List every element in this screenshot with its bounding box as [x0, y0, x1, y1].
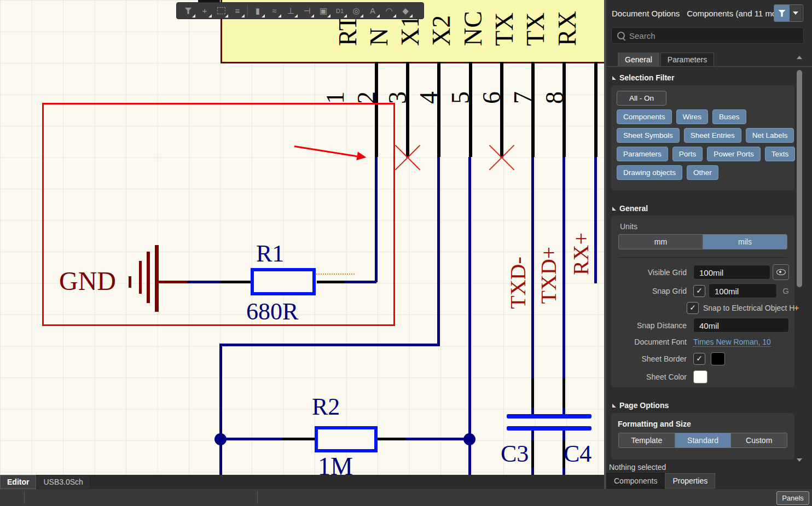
sheet-border-color-swatch[interactable]: [711, 352, 725, 365]
filter-drawing-objects-button[interactable]: Drawing objects: [617, 165, 682, 180]
panels-button[interactable]: Panels: [776, 491, 809, 505]
net-label-txd-minus[interactable]: TXD-: [505, 257, 531, 309]
wire-c3-bottom[interactable]: [531, 468, 534, 475]
object-filter-split-button[interactable]: [774, 4, 803, 22]
snap-grid-input[interactable]: 100mil: [709, 283, 777, 298]
formatting-mode-toggle[interactable]: Template Standard Custom: [618, 433, 787, 448]
tab-editor[interactable]: Editor: [0, 475, 36, 489]
section-general[interactable]: General: [612, 204, 648, 213]
filter-parameters-button[interactable]: Parameters: [617, 147, 668, 161]
wire-r2-right[interactable]: [406, 438, 470, 440]
wire-pin3-horizontal[interactable]: [219, 344, 440, 346]
mode-custom[interactable]: Custom: [730, 433, 787, 447]
c3-lead-top[interactable]: [531, 378, 534, 408]
filter-other-button[interactable]: Other: [687, 165, 718, 180]
place-sheet-symbol-icon[interactable]: ▣: [315, 4, 332, 18]
wire-pin8-vertical[interactable]: [594, 157, 597, 283]
align-icon[interactable]: ≡: [229, 4, 246, 18]
mode-template[interactable]: Template: [619, 433, 675, 447]
panel-scrollbar[interactable]: [797, 55, 802, 466]
visible-grid-input[interactable]: 100mil: [693, 265, 770, 280]
tab-usb3-sch[interactable]: USB3.0Sch: [36, 475, 90, 489]
wire-junction: [214, 433, 227, 445]
wire-pin4-vertical[interactable]: [468, 157, 471, 475]
units-mm[interactable]: mm: [619, 235, 703, 249]
search-input[interactable]: Search: [611, 27, 804, 44]
document-font-link[interactable]: Times New Roman, 10: [693, 338, 771, 347]
place-part-icon[interactable]: ▮: [250, 4, 266, 18]
filter-dropdown-button[interactable]: [790, 5, 802, 21]
filter-ports-button[interactable]: Ports: [672, 147, 703, 161]
scroll-down-icon[interactable]: [797, 458, 802, 462]
filter-power-ports-button[interactable]: Power Ports: [707, 147, 761, 161]
units-mils[interactable]: mils: [703, 235, 787, 249]
section-selection-filter[interactable]: Selection Filter: [612, 73, 674, 82]
r2-designator[interactable]: R2: [312, 393, 340, 421]
schematic-canvas[interactable]: RT N X1 X2 NC TX TX RX 1 2 3 4 5 6 7 8: [0, 0, 604, 475]
tab-components-panel[interactable]: Components: [606, 473, 665, 488]
c4-stub-bottom[interactable]: [562, 431, 565, 440]
capacitor-plate-top[interactable]: [507, 414, 591, 418]
c4-lead-top[interactable]: [562, 378, 565, 408]
filter-texts-button[interactable]: Texts: [765, 147, 796, 161]
pin-7[interactable]: [562, 62, 566, 157]
snap-electrical-checkbox[interactable]: ✓: [687, 302, 699, 314]
filter-net-labels-button[interactable]: Net Labels: [746, 128, 794, 143]
place-text-icon[interactable]: A: [364, 4, 381, 18]
pin-8[interactable]: [594, 62, 598, 157]
crosshair-icon[interactable]: +: [196, 4, 213, 18]
no-erc-icon[interactable]: ◎: [348, 4, 364, 18]
net-label-rx-plus[interactable]: RX+: [568, 232, 594, 275]
no-erc-marker[interactable]: [484, 140, 519, 175]
net-label-txd-plus[interactable]: TXD+: [536, 247, 561, 304]
mode-standard[interactable]: Standard: [675, 433, 731, 447]
c4-designator[interactable]: C4: [564, 440, 591, 468]
place-wire-icon[interactable]: ≈: [266, 4, 282, 18]
pin-6[interactable]: [531, 62, 535, 157]
wire-left-vertical[interactable]: [219, 344, 222, 475]
filter-sheet-symbols-button[interactable]: Sheet Symbols: [617, 128, 680, 143]
capacitor-plate-bottom[interactable]: [507, 426, 591, 431]
filter-wires-button[interactable]: Wires: [676, 109, 709, 124]
wire-pin3-vertical[interactable]: [437, 157, 440, 346]
tab-parameters[interactable]: Parameters: [660, 53, 714, 66]
tab-general[interactable]: General: [618, 53, 659, 66]
c3-stub-bottom[interactable]: [531, 431, 534, 440]
filter-buses-button[interactable]: Buses: [712, 109, 746, 124]
wire-c4-bottom[interactable]: [562, 468, 565, 475]
sheet-border-checkbox[interactable]: ✓: [693, 353, 705, 365]
r2-value[interactable]: 1M: [318, 452, 353, 475]
section-page-options[interactable]: Page Options: [612, 401, 669, 410]
filter-all-on-button[interactable]: All - On: [617, 91, 666, 106]
wire-pin6-vertical[interactable]: [531, 157, 534, 378]
snap-grid-shortcut: G: [782, 286, 789, 295]
object-filter-icon[interactable]: [774, 5, 790, 21]
scroll-up-icon[interactable]: [797, 56, 802, 59]
tab-properties-panel[interactable]: Properties: [665, 473, 715, 488]
snap-distance-input[interactable]: 40mil: [693, 318, 789, 333]
resistor-r2[interactable]: [315, 426, 378, 452]
filter-components-button[interactable]: Components: [617, 109, 672, 124]
c3-designator[interactable]: C3: [501, 440, 529, 468]
filter-icon[interactable]: [180, 4, 196, 18]
filter-sheet-entries-button[interactable]: Sheet Entries: [684, 128, 741, 143]
grid-visibility-button[interactable]: [773, 264, 789, 280]
c3-lead-bottom[interactable]: [531, 440, 534, 468]
r2-lead-right[interactable]: [378, 438, 406, 440]
r2-lead-left[interactable]: [282, 438, 315, 440]
place-junction-icon[interactable]: ◆: [397, 4, 414, 18]
place-arc-icon[interactable]: ◠: [381, 4, 397, 18]
selection-rect-icon[interactable]: [213, 4, 229, 18]
wire-r2-left[interactable]: [221, 438, 282, 440]
no-erc-marker[interactable]: [390, 140, 425, 175]
wire-pin7-vertical[interactable]: [562, 157, 565, 378]
place-port-icon[interactable]: ⊣: [299, 4, 315, 18]
pin-3[interactable]: [437, 62, 440, 157]
snap-grid-checkbox[interactable]: ✓: [693, 285, 705, 297]
pin-4[interactable]: [469, 62, 472, 157]
directive-icon[interactable]: D1: [332, 4, 348, 18]
place-ground-icon[interactable]: ⊥: [282, 4, 299, 18]
units-toggle[interactable]: mm mils: [618, 234, 787, 249]
scrollbar-thumb[interactable]: [797, 70, 802, 287]
sheet-color-swatch[interactable]: [693, 370, 707, 383]
